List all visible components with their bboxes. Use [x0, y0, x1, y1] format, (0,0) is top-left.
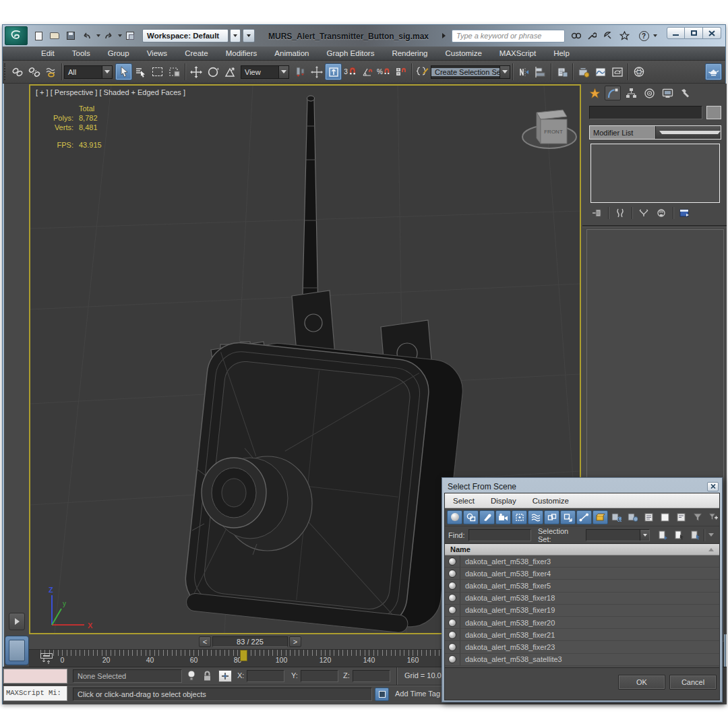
mirror-icon[interactable]: [515, 63, 532, 80]
add-time-tag-label[interactable]: Add Time Tag: [395, 690, 440, 698]
scene-object-row[interactable]: dakota_alert_m538_fixer3: [445, 555, 719, 568]
workspace-dropdown-arrow[interactable]: [230, 29, 241, 42]
undo-dropdown-arrow[interactable]: [96, 34, 100, 37]
dialog-menu-item[interactable]: Display: [483, 497, 524, 505]
tab-hierarchy[interactable]: [623, 86, 639, 100]
menu-item[interactable]: Help: [545, 47, 578, 60]
collapse-all-icon[interactable]: [657, 510, 673, 524]
make-unique-icon[interactable]: [635, 206, 653, 220]
menu-item[interactable]: Graph Editors: [317, 47, 383, 60]
selection-set-combo[interactable]: [586, 529, 650, 541]
show-end-result-icon[interactable]: [611, 206, 629, 220]
menu-item[interactable]: Animation: [266, 47, 317, 60]
scene-object-row[interactable]: dakota_alert_m538_fixer4: [445, 568, 719, 580]
search-expand-arrow[interactable]: [442, 31, 449, 40]
tab-modify[interactable]: [605, 86, 621, 100]
render-production-icon[interactable]: [609, 63, 626, 80]
selection-lock-icon[interactable]: [202, 670, 212, 685]
select-and-scale-icon[interactable]: [221, 63, 238, 80]
menu-item[interactable]: Modifiers: [217, 47, 266, 60]
dialog-menu-item[interactable]: Select: [445, 497, 483, 505]
edit-selection-set-icon[interactable]: [688, 528, 703, 542]
dialog-menu-item[interactable]: Customize: [524, 497, 577, 505]
menu-item[interactable]: MAXScript: [491, 47, 545, 60]
new-file-button[interactable]: [31, 29, 46, 42]
x-coordinate-field[interactable]: [247, 670, 284, 682]
maxscript-mini-listener-pink[interactable]: [3, 669, 67, 684]
spinner-snap-icon[interactable]: [392, 63, 409, 80]
cancel-button[interactable]: Cancel: [669, 675, 717, 690]
reference-coordinate-dropdown[interactable]: View: [241, 65, 289, 79]
current-frame-marker[interactable]: [240, 650, 247, 661]
render-setup-icon[interactable]: [575, 63, 592, 80]
scene-object-row[interactable]: dakota_alert_m538_fixer21: [445, 629, 719, 641]
viewport-label[interactable]: [ + ] [ Perspective ] [ Shaded + Edged F…: [36, 88, 185, 96]
find-input[interactable]: [468, 529, 531, 541]
ok-button[interactable]: OK: [618, 675, 665, 690]
maxscript-mini-listener-white[interactable]: MAXScript Mi:: [3, 685, 67, 701]
scene-object-row[interactable]: dakota_alert_m538_fixer18: [445, 593, 719, 605]
select-object-button[interactable]: [115, 63, 132, 80]
display-geometry-icon[interactable]: [447, 510, 462, 524]
app-logo-button[interactable]: [5, 26, 28, 45]
display-spacewarps-icon[interactable]: [528, 510, 543, 524]
render-in-cloud-icon[interactable]: [630, 63, 647, 80]
open-file-button[interactable]: [47, 29, 62, 42]
frame-number-display[interactable]: 83 / 225: [212, 636, 288, 647]
unlink-selection-icon[interactable]: [26, 63, 42, 80]
menu-item[interactable]: Tools: [63, 47, 99, 60]
modifier-stack[interactable]: [590, 144, 720, 203]
redo-button[interactable]: [101, 29, 116, 42]
edit-named-selection-sets-icon[interactable]: [414, 63, 431, 80]
percent-snap-icon[interactable]: %: [375, 63, 392, 80]
save-selection-set-icon[interactable]: [655, 528, 671, 542]
scene-object-row[interactable]: dakota_alert_m538_fixer20: [445, 617, 719, 629]
display-groups-icon[interactable]: [544, 510, 559, 524]
display-helpers-icon[interactable]: [512, 510, 527, 524]
maximize-button[interactable]: [685, 27, 703, 39]
named-selection-set-dropdown[interactable]: Create Selection Se: [431, 65, 510, 79]
expand-selected-icon[interactable]: [673, 510, 689, 524]
remove-modifier-icon[interactable]: [653, 206, 670, 220]
modifier-list-dropdown[interactable]: Modifier List: [589, 125, 721, 140]
selection-center-button[interactable]: [325, 63, 342, 80]
subscription-icon[interactable]: [601, 29, 615, 42]
communication-center-icon[interactable]: [584, 29, 599, 42]
timeline-toggle-icon[interactable]: [38, 652, 55, 665]
display-frozen-objects-icon[interactable]: [609, 510, 624, 524]
tab-motion[interactable]: [641, 86, 657, 100]
scene-object-row[interactable]: dakota_alert_m538_satellite3: [445, 654, 719, 666]
workspace-menu-button[interactable]: [243, 29, 255, 42]
selection-filter-dropdown[interactable]: All: [64, 65, 113, 79]
minimize-button[interactable]: [667, 27, 685, 39]
menu-item[interactable]: Views: [138, 47, 176, 60]
undo-button[interactable]: [80, 29, 94, 42]
time-slider-ruler[interactable]: 020406080100120140160: [29, 649, 449, 667]
tab-utilities[interactable]: [677, 86, 694, 100]
filter-combinations-icon[interactable]: [706, 510, 721, 524]
workspace-dropdown[interactable]: Workspace: Default: [142, 29, 229, 42]
angle-snap-icon[interactable]: [359, 63, 375, 80]
scene-object-row[interactable]: dakota_alert_m538_fixer23: [445, 641, 719, 653]
absolute-offset-mode-icon[interactable]: [218, 670, 232, 682]
save-file-button[interactable]: [63, 29, 78, 42]
select-and-move-icon[interactable]: [187, 63, 204, 80]
scene-object-row[interactable]: dakota_alert_m538_fixer5: [445, 580, 719, 592]
expand-all-icon[interactable]: [641, 510, 657, 524]
display-containers-icon[interactable]: [593, 510, 608, 524]
y-coordinate-field[interactable]: [301, 670, 338, 682]
display-cameras-icon[interactable]: [495, 510, 511, 524]
display-xrefs-icon[interactable]: [560, 510, 576, 524]
project-folder-button[interactable]: [123, 29, 138, 42]
menu-item[interactable]: Rendering: [383, 47, 436, 60]
close-button[interactable]: [703, 27, 721, 39]
favorites-star-icon[interactable]: [617, 29, 632, 42]
layer-manager-icon[interactable]: [553, 63, 570, 80]
display-lights-icon[interactable]: [479, 510, 495, 524]
dialog-title-bar[interactable]: Select From Scene: [444, 480, 720, 493]
viewport-tab-expand-button[interactable]: [9, 613, 25, 630]
bind-to-spacewarp-icon[interactable]: [42, 63, 59, 80]
select-by-name-icon[interactable]: [132, 63, 149, 80]
redo-dropdown-arrow[interactable]: [118, 34, 122, 37]
menu-item[interactable]: Create: [176, 47, 217, 60]
